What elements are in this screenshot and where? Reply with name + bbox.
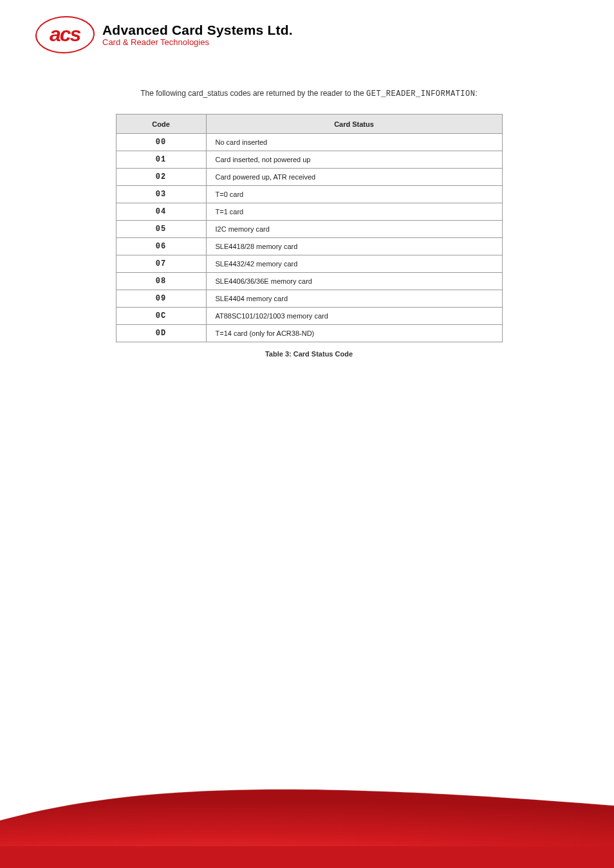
footer-curve-svg bbox=[0, 770, 614, 847]
table-header-row: Code Card Status bbox=[116, 115, 502, 134]
table-row: 05 I2C memory card bbox=[116, 221, 502, 238]
status-cell: T=14 card (only for ACR38-ND) bbox=[206, 325, 502, 342]
brand-tagline: Card & Reader Technologies bbox=[102, 37, 293, 47]
brand-logo-oval: acs bbox=[34, 16, 96, 53]
intro-command: GET_READER_INFORMATION bbox=[366, 89, 475, 98]
col-header-code: Code bbox=[116, 115, 206, 134]
code-cell: 0D bbox=[116, 325, 206, 342]
table-row: 00 No card inserted bbox=[116, 134, 502, 151]
table-row: 03 T=0 card bbox=[116, 186, 502, 203]
code-cell: 02 bbox=[116, 169, 206, 186]
brand-logo-text: acs bbox=[50, 23, 80, 46]
intro-prefix: The following card_status codes are retu… bbox=[140, 89, 366, 98]
card-status-table: Code Card Status 00 No card inserted 01 … bbox=[116, 114, 503, 342]
code-cell: 08 bbox=[116, 273, 206, 290]
intro-text: The following card_status codes are retu… bbox=[64, 89, 554, 98]
content-area: The following card_status codes are retu… bbox=[64, 89, 554, 358]
table-row: 08 SLE4406/36/36E memory card bbox=[116, 273, 502, 290]
brand-text-block: Advanced Card Systems Ltd. Card & Reader… bbox=[102, 23, 293, 47]
footer-curve bbox=[0, 770, 614, 847]
status-cell: I2C memory card bbox=[206, 221, 502, 238]
status-cell: SLE4404 memory card bbox=[206, 290, 502, 308]
code-cell: 07 bbox=[116, 255, 206, 273]
intro-suffix: : bbox=[475, 89, 477, 98]
brand-name: Advanced Card Systems Ltd. bbox=[102, 23, 293, 38]
code-cell: 00 bbox=[116, 134, 206, 151]
status-cell: No card inserted bbox=[206, 134, 502, 151]
table-row: 07 SLE4432/42 memory card bbox=[116, 255, 502, 273]
table-row: 0C AT88SC101/102/1003 memory card bbox=[116, 308, 502, 325]
footer-solid bbox=[0, 846, 614, 868]
col-header-status: Card Status bbox=[206, 115, 502, 134]
code-cell: 01 bbox=[116, 151, 206, 169]
footer-bar bbox=[0, 823, 614, 868]
status-cell: SLE4418/28 memory card bbox=[206, 238, 502, 255]
table-row: 02 Card powered up, ATR received bbox=[116, 169, 502, 186]
status-cell: SLE4406/36/36E memory card bbox=[206, 273, 502, 290]
code-cell: 03 bbox=[116, 186, 206, 203]
table-row: 06 SLE4418/28 memory card bbox=[116, 238, 502, 255]
code-cell: 09 bbox=[116, 290, 206, 308]
status-cell: T=1 card bbox=[206, 203, 502, 221]
status-cell: Card inserted, not powered up bbox=[206, 151, 502, 169]
status-cell: Card powered up, ATR received bbox=[206, 169, 502, 186]
brand-header: acs Advanced Card Systems Ltd. Card & Re… bbox=[35, 16, 293, 53]
code-cell: 0C bbox=[116, 308, 206, 325]
status-cell: SLE4432/42 memory card bbox=[206, 255, 502, 273]
code-cell: 04 bbox=[116, 203, 206, 221]
status-cell: AT88SC101/102/1003 memory card bbox=[206, 308, 502, 325]
table-row: 09 SLE4404 memory card bbox=[116, 290, 502, 308]
table-row: 0D T=14 card (only for ACR38-ND) bbox=[116, 325, 502, 342]
status-cell: T=0 card bbox=[206, 186, 502, 203]
table-caption: Table 3: Card Status Code bbox=[64, 350, 554, 358]
page-root: acs Advanced Card Systems Ltd. Card & Re… bbox=[0, 0, 614, 868]
table-row: 01 Card inserted, not powered up bbox=[116, 151, 502, 169]
table-row: 04 T=1 card bbox=[116, 203, 502, 221]
code-cell: 05 bbox=[116, 221, 206, 238]
code-cell: 06 bbox=[116, 238, 206, 255]
